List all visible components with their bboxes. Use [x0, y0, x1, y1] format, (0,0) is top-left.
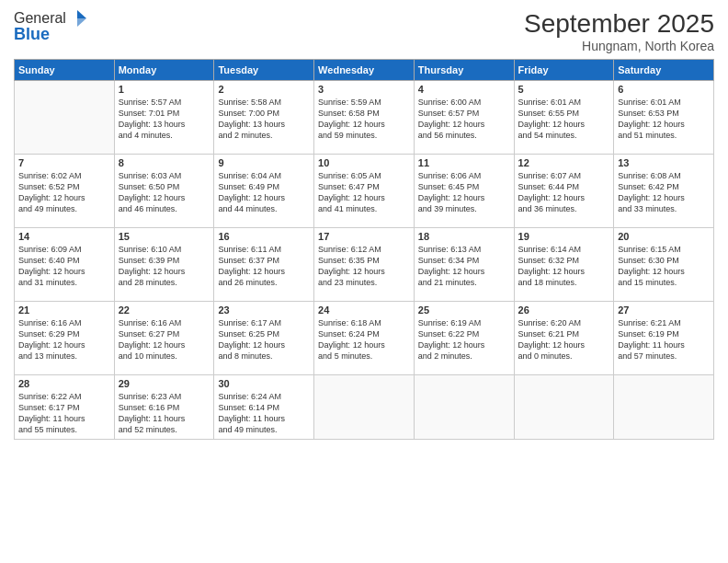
- day-info: Sunrise: 6:16 AMSunset: 6:29 PMDaylight:…: [18, 317, 110, 362]
- calendar-cell: 8Sunrise: 6:03 AMSunset: 6:50 PMDaylight…: [114, 155, 214, 228]
- calendar-cell: 13Sunrise: 6:08 AMSunset: 6:42 PMDayligh…: [614, 155, 714, 228]
- day-number: 27: [618, 304, 710, 316]
- calendar-cell: 25Sunrise: 6:19 AMSunset: 6:22 PMDayligh…: [414, 302, 514, 375]
- calendar-cell: 21Sunrise: 6:16 AMSunset: 6:29 PMDayligh…: [15, 302, 115, 375]
- calendar-cell: 24Sunrise: 6:18 AMSunset: 6:24 PMDayligh…: [314, 302, 415, 375]
- day-of-week-header: Wednesday: [314, 60, 415, 81]
- calendar-cell: 28Sunrise: 6:22 AMSunset: 6:17 PMDayligh…: [15, 375, 115, 440]
- calendar-cell: 20Sunrise: 6:15 AMSunset: 6:30 PMDayligh…: [614, 228, 714, 302]
- day-info: Sunrise: 6:13 AMSunset: 6:34 PMDaylight:…: [418, 244, 510, 289]
- calendar-cell: [15, 81, 115, 155]
- calendar-cell: [414, 375, 514, 440]
- day-info: Sunrise: 6:15 AMSunset: 6:30 PMDaylight:…: [618, 244, 710, 289]
- day-info: Sunrise: 6:10 AMSunset: 6:39 PMDaylight:…: [119, 244, 210, 289]
- day-number: 4: [418, 84, 510, 95]
- day-number: 12: [518, 157, 610, 168]
- day-number: 24: [318, 304, 410, 316]
- calendar-cell: 26Sunrise: 6:20 AMSunset: 6:21 PMDayligh…: [514, 302, 614, 375]
- page: General Blue September 2025 Hungnam, Nor…: [0, 0, 728, 563]
- calendar-cell: 12Sunrise: 6:07 AMSunset: 6:44 PMDayligh…: [514, 155, 614, 228]
- day-info: Sunrise: 5:58 AMSunset: 7:00 PMDaylight:…: [218, 97, 310, 142]
- day-number: 7: [18, 157, 110, 168]
- day-number: 15: [119, 231, 210, 242]
- calendar-header-row: SundayMondayTuesdayWednesdayThursdayFrid…: [15, 60, 714, 81]
- day-info: Sunrise: 6:12 AMSunset: 6:35 PMDaylight:…: [318, 244, 410, 289]
- calendar-cell: 5Sunrise: 6:01 AMSunset: 6:55 PMDaylight…: [514, 81, 614, 155]
- calendar-cell: 16Sunrise: 6:11 AMSunset: 6:37 PMDayligh…: [214, 228, 314, 302]
- header: General Blue September 2025 Hungnam, Nor…: [14, 9, 714, 53]
- day-info: Sunrise: 6:01 AMSunset: 6:53 PMDaylight:…: [618, 97, 710, 142]
- day-number: 22: [119, 304, 210, 316]
- day-number: 11: [418, 157, 510, 168]
- day-info: Sunrise: 6:06 AMSunset: 6:45 PMDaylight:…: [418, 170, 510, 215]
- day-number: 16: [218, 231, 310, 242]
- calendar-cell: 19Sunrise: 6:14 AMSunset: 6:32 PMDayligh…: [514, 228, 614, 302]
- logo-blue: Blue: [14, 25, 86, 44]
- day-of-week-header: Tuesday: [214, 60, 314, 81]
- day-of-week-header: Monday: [114, 60, 214, 81]
- day-number: 10: [318, 157, 410, 168]
- day-number: 6: [618, 84, 710, 95]
- day-number: 21: [18, 304, 110, 316]
- calendar-cell: 18Sunrise: 6:13 AMSunset: 6:34 PMDayligh…: [414, 228, 514, 302]
- day-number: 9: [218, 157, 310, 168]
- day-info: Sunrise: 6:18 AMSunset: 6:24 PMDaylight:…: [318, 317, 410, 362]
- day-number: 19: [518, 231, 610, 242]
- day-info: Sunrise: 6:02 AMSunset: 6:52 PMDaylight:…: [18, 170, 110, 215]
- calendar-cell: 27Sunrise: 6:21 AMSunset: 6:19 PMDayligh…: [614, 302, 714, 375]
- day-number: 28: [18, 378, 110, 389]
- day-info: Sunrise: 6:07 AMSunset: 6:44 PMDaylight:…: [518, 170, 610, 215]
- day-info: Sunrise: 6:08 AMSunset: 6:42 PMDaylight:…: [618, 170, 710, 215]
- svg-marker-1: [77, 18, 86, 27]
- day-number: 8: [119, 157, 210, 168]
- calendar-cell: 10Sunrise: 6:05 AMSunset: 6:47 PMDayligh…: [314, 155, 415, 228]
- day-of-week-header: Thursday: [414, 60, 514, 81]
- day-info: Sunrise: 5:59 AMSunset: 6:58 PMDaylight:…: [318, 97, 410, 142]
- calendar-cell: 23Sunrise: 6:17 AMSunset: 6:25 PMDayligh…: [214, 302, 314, 375]
- calendar-cell: [314, 375, 415, 440]
- day-number: 5: [518, 84, 610, 95]
- calendar-cell: 4Sunrise: 6:00 AMSunset: 6:57 PMDaylight…: [414, 81, 514, 155]
- svg-marker-0: [77, 10, 86, 18]
- day-info: Sunrise: 6:19 AMSunset: 6:22 PMDaylight:…: [418, 317, 510, 362]
- day-info: Sunrise: 6:17 AMSunset: 6:25 PMDaylight:…: [218, 317, 310, 362]
- day-info: Sunrise: 6:05 AMSunset: 6:47 PMDaylight:…: [318, 170, 410, 215]
- calendar-cell: 17Sunrise: 6:12 AMSunset: 6:35 PMDayligh…: [314, 228, 415, 302]
- logo-text-block: General Blue: [14, 9, 86, 44]
- day-number: 3: [318, 84, 410, 95]
- day-info: Sunrise: 6:04 AMSunset: 6:49 PMDaylight:…: [218, 170, 310, 215]
- calendar-cell: 30Sunrise: 6:24 AMSunset: 6:14 PMDayligh…: [214, 375, 314, 440]
- calendar-cell: [514, 375, 614, 440]
- logo: General Blue: [14, 9, 86, 44]
- day-number: 25: [418, 304, 510, 316]
- logo-flag-icon: [68, 9, 86, 28]
- calendar-cell: [614, 375, 714, 440]
- month-title: September 2025: [524, 9, 714, 39]
- day-number: 17: [318, 231, 410, 242]
- day-number: 26: [518, 304, 610, 316]
- calendar-cell: 6Sunrise: 6:01 AMSunset: 6:53 PMDaylight…: [614, 81, 714, 155]
- day-info: Sunrise: 6:14 AMSunset: 6:32 PMDaylight:…: [518, 244, 610, 289]
- calendar-cell: 2Sunrise: 5:58 AMSunset: 7:00 PMDaylight…: [214, 81, 314, 155]
- day-number: 1: [119, 84, 210, 95]
- day-info: Sunrise: 6:20 AMSunset: 6:21 PMDaylight:…: [518, 317, 610, 362]
- calendar-cell: 15Sunrise: 6:10 AMSunset: 6:39 PMDayligh…: [114, 228, 214, 302]
- calendar-cell: 14Sunrise: 6:09 AMSunset: 6:40 PMDayligh…: [15, 228, 115, 302]
- day-info: Sunrise: 6:23 AMSunset: 6:16 PMDaylight:…: [119, 391, 210, 436]
- calendar-cell: 29Sunrise: 6:23 AMSunset: 6:16 PMDayligh…: [114, 375, 214, 440]
- day-number: 23: [218, 304, 310, 316]
- day-number: 20: [618, 231, 710, 242]
- calendar-cell: 7Sunrise: 6:02 AMSunset: 6:52 PMDaylight…: [15, 155, 115, 228]
- calendar-cell: 1Sunrise: 5:57 AMSunset: 7:01 PMDaylight…: [114, 81, 214, 155]
- day-info: Sunrise: 6:21 AMSunset: 6:19 PMDaylight:…: [618, 317, 710, 362]
- day-info: Sunrise: 6:09 AMSunset: 6:40 PMDaylight:…: [18, 244, 110, 289]
- calendar-cell: 3Sunrise: 5:59 AMSunset: 6:58 PMDaylight…: [314, 81, 415, 155]
- day-number: 14: [18, 231, 110, 242]
- day-of-week-header: Sunday: [15, 60, 115, 81]
- location-subtitle: Hungnam, North Korea: [524, 39, 714, 53]
- day-info: Sunrise: 6:00 AMSunset: 6:57 PMDaylight:…: [418, 97, 510, 142]
- day-info: Sunrise: 5:57 AMSunset: 7:01 PMDaylight:…: [119, 97, 210, 142]
- day-info: Sunrise: 6:01 AMSunset: 6:55 PMDaylight:…: [518, 97, 610, 142]
- calendar-cell: 11Sunrise: 6:06 AMSunset: 6:45 PMDayligh…: [414, 155, 514, 228]
- day-number: 30: [218, 378, 310, 389]
